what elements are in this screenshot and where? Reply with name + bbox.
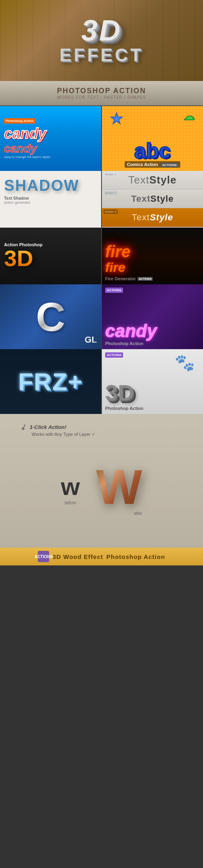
shadow-card: SHADOW Text Shadow action generator <box>0 171 101 228</box>
chrome-small-text: GL <box>84 335 97 345</box>
action-badge-3: Action 3 <box>104 209 118 214</box>
grid-row-4: C GL ACTIONS candy Photoshop Action <box>0 284 203 349</box>
wood-actions-label: ACTIONS <box>35 554 53 559</box>
shadow-subtitle2: action generator <box>4 200 30 205</box>
paw3d-actions-badge: ACTIONS <box>105 352 123 358</box>
grid-row-2: SHADOW Text Shadow action generator Acti… <box>0 171 203 228</box>
comics-card: ★ ☁ abc Comics Action ACTIONS <box>102 106 203 171</box>
wood-bottom-bar: ACTIONS 3D Wood Effect Photoshop Action <box>0 548 203 565</box>
hero-section: 3D EFFECT <box>0 0 203 81</box>
arrow-icon: ↙ <box>19 421 28 433</box>
wood-before-label: before <box>65 501 76 505</box>
wood-w-container: w before W after <box>61 463 142 516</box>
action3d-card: Action Photoshop 3D <box>0 228 101 284</box>
fire-actions-badge: ACTIONS <box>138 277 153 281</box>
textstyle-text-2: Text <box>131 194 151 204</box>
candy2-text: candy <box>105 321 157 341</box>
textstyle-container: Action 1 Text Style Action 2 Text Style … <box>102 171 203 228</box>
freeze-card: FRZ+ <box>0 349 101 414</box>
fire-text-2: fire <box>105 260 125 275</box>
action-badge-1: Action 1 <box>104 172 118 177</box>
chrome-letter: C <box>36 296 65 337</box>
candy-text-2: candy <box>4 142 37 155</box>
textstyle-bold-3: Style <box>150 212 173 223</box>
candy2-actions-badge: ACTIONS <box>105 288 123 293</box>
wood-w-flat: w <box>61 473 80 501</box>
fire-card: fire fire Fire Generator ACTIONS <box>102 228 203 284</box>
shadow-subtitle: Text Shadow <box>4 196 29 200</box>
wood-w-before: w before <box>61 473 80 505</box>
paw3d-card: ACTIONS 🐾 3D Photoshop Action <box>102 349 203 414</box>
wood-bottom-right: Photoshop Action <box>106 553 165 560</box>
fire-text-1: fire <box>105 243 130 260</box>
paw3d-text: 3D <box>105 380 134 406</box>
grid-row-5: FRZ+ ACTIONS 🐾 3D Photoshop Action <box>0 349 203 414</box>
wood-bottom-text: 3D Wood Effect <box>52 553 103 560</box>
textstyle-text-3: Text <box>132 212 150 223</box>
comics-label: Comics Action ACTIONS <box>125 161 181 168</box>
candy-text-1: candy <box>4 125 46 142</box>
textstyle-row-2: Action 2 Text Style <box>102 190 203 208</box>
hero-effect-text: EFFECT <box>59 45 143 65</box>
textstyle-row-3: Action 3 Text Style <box>102 208 203 227</box>
fire-label: Fire Generator <box>105 276 136 281</box>
comics-cloud-icon: ☁ <box>184 109 195 123</box>
candy-card: Photoshop Action candy candy easy to cha… <box>0 106 101 171</box>
candy-small: easy to change the layers styles <box>4 155 50 159</box>
works-with-text: Works with Any Type of Layer ✓ <box>32 432 95 437</box>
freeze-text: FRZ+ <box>18 368 83 396</box>
grid-row-3: Action Photoshop 3D fire fire Fire Gener… <box>0 228 203 284</box>
hero-3d-text: 3D <box>81 16 122 45</box>
textstyle-bold-2: Style <box>151 194 174 204</box>
comics-star-icon: ★ <box>110 110 123 127</box>
textstyle-row-1: Action 1 Text Style <box>102 171 203 190</box>
wood-w-main: W <box>96 463 142 511</box>
textstyle-text-1: Text <box>128 174 149 186</box>
chrome-card: C GL <box>0 284 101 349</box>
comics-abc-text: abc <box>134 140 171 161</box>
paw-icon: 🐾 <box>175 353 195 372</box>
banner-title: PHOTOSHOP ACTION <box>57 87 146 95</box>
candy2-card: ACTIONS candy Photoshop Action <box>102 284 203 349</box>
candy2-label: Photoshop Action <box>105 341 143 346</box>
candy-badge: Photoshop Action <box>4 118 35 124</box>
grid-row-1: Photoshop Action candy candy easy to cha… <box>0 106 203 171</box>
click-action-text: 1-Click Action! <box>30 424 67 430</box>
action-badge-2: Action 2 <box>104 191 118 195</box>
textstyle-bold-1: Style <box>149 174 177 186</box>
action-banner: PHOTOSHOP ACTION WORKS FOR TEXT / RASTER… <box>0 81 203 105</box>
paw3d-label: Photoshop Action <box>105 406 143 411</box>
banner-subtitle: WORKS FOR TEXT / RASTER / SHAPES <box>57 95 146 100</box>
wood-section: ↙ 1-Click Action! Works with Any Type of… <box>0 414 203 548</box>
wood-w-3d: W after <box>96 463 142 516</box>
wood-logo-badge: ACTIONS <box>38 551 49 562</box>
action3d-text: 3D <box>4 247 33 270</box>
shadow-text: SHADOW <box>4 177 79 194</box>
